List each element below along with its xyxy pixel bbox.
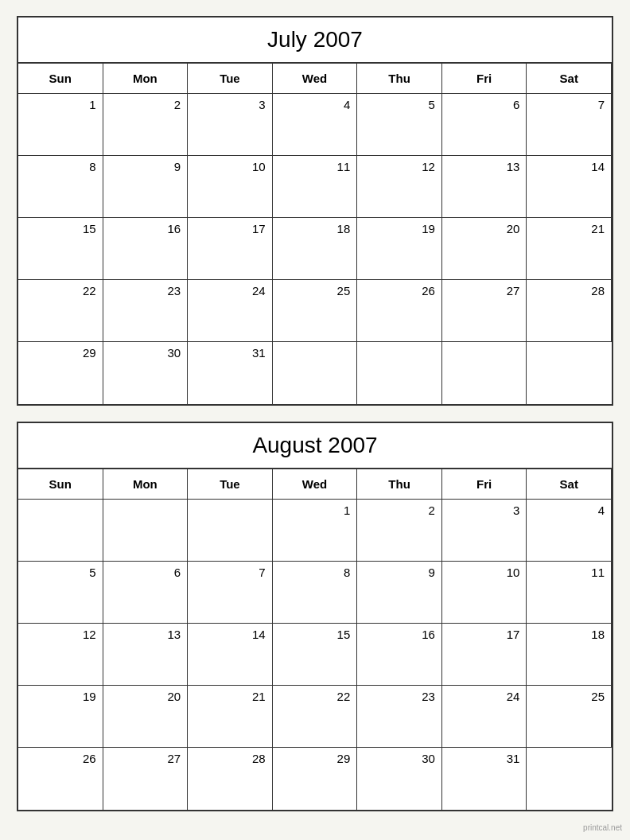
aug-day-2: 2: [357, 500, 442, 562]
aug-day-20: 20: [103, 686, 189, 748]
aug-day-10: 10: [442, 562, 527, 624]
july-day-24: 24: [188, 280, 273, 342]
july-day-6: 6: [442, 94, 527, 156]
aug-day-30: 30: [357, 748, 442, 810]
august-calendar: August 2007 Sun Mon Tue Wed Thu Fri Sat: [17, 422, 613, 811]
july-day-30: 30: [103, 342, 189, 404]
july-day-21: 21: [527, 218, 612, 280]
july-day-23: 23: [103, 280, 189, 342]
july-day-20: 20: [442, 218, 527, 280]
aug-day-3: 3: [442, 500, 527, 562]
aug-day-empty: [103, 500, 189, 562]
july-day-empty: [527, 342, 612, 404]
july-day-11: 11: [273, 156, 358, 218]
july-day-14: 14: [527, 156, 612, 218]
aug-day-14: 14: [188, 624, 273, 686]
aug-day-28: 28: [188, 748, 273, 810]
aug-header-sun: Sun: [18, 469, 103, 500]
aug-day-26: 26: [18, 748, 103, 810]
aug-day-4: 4: [527, 500, 612, 562]
july-day-13: 13: [442, 156, 527, 218]
header-thu: Thu: [357, 64, 442, 94]
july-day-4: 4: [273, 94, 358, 156]
aug-day-13: 13: [103, 624, 189, 686]
watermark: printcal.net: [583, 823, 622, 832]
july-day-31: 31: [188, 342, 273, 404]
aug-header-wed: Wed: [273, 469, 358, 500]
july-day-27: 27: [442, 280, 527, 342]
july-day-22: 22: [18, 280, 103, 342]
august-grid: Sun Mon Tue Wed Thu Fri Sat: [18, 469, 612, 810]
aug-day-5: 5: [18, 562, 103, 624]
aug-day-18: 18: [527, 624, 612, 686]
aug-day-7: 7: [188, 562, 273, 624]
aug-day-31: 31: [442, 748, 527, 810]
july-day-empty: [357, 342, 442, 404]
aug-header-tue: Tue: [188, 469, 273, 500]
aug-day-16: 16: [357, 624, 442, 686]
aug-day-8: 8: [273, 562, 358, 624]
july-grid: Sun Mon Tue Wed Thu Fri Sat: [18, 64, 612, 404]
aug-day-23: 23: [357, 686, 442, 748]
aug-header-sat: Sat: [527, 469, 612, 500]
header-tue: Tue: [188, 64, 273, 94]
aug-day-12: 12: [18, 624, 103, 686]
july-day-17: 17: [188, 218, 273, 280]
header-sat: Sat: [527, 64, 612, 94]
aug-day-9: 9: [357, 562, 442, 624]
july-day-empty: [273, 342, 358, 404]
july-day-3: 3: [188, 94, 273, 156]
july-day-28: 28: [527, 280, 612, 342]
header-mon: Mon: [103, 64, 189, 94]
july-day-16: 16: [103, 218, 189, 280]
aug-day-24: 24: [442, 686, 527, 748]
aug-day-21: 21: [188, 686, 273, 748]
july-day-19: 19: [357, 218, 442, 280]
aug-day-1: 1: [273, 500, 358, 562]
july-day-29: 29: [18, 342, 103, 404]
july-day-12: 12: [357, 156, 442, 218]
aug-day-25: 25: [527, 686, 612, 748]
july-day-18: 18: [273, 218, 358, 280]
aug-day-empty: [18, 500, 103, 562]
aug-day-empty: [527, 748, 612, 810]
aug-day-15: 15: [273, 624, 358, 686]
july-title: July 2007: [18, 18, 612, 64]
july-calendar: July 2007 Sun Mon Tue Wed Thu Fri Sat: [17, 16, 613, 406]
aug-header-thu: Thu: [357, 469, 442, 500]
july-day-8: 8: [18, 156, 103, 218]
aug-day-22: 22: [273, 686, 358, 748]
july-day-10: 10: [188, 156, 273, 218]
aug-day-29: 29: [273, 748, 358, 810]
header-sun: Sun: [18, 64, 103, 94]
july-day-2: 2: [103, 94, 189, 156]
july-day-7: 7: [527, 94, 612, 156]
aug-day-27: 27: [103, 748, 189, 810]
july-day-26: 26: [357, 280, 442, 342]
aug-day-empty: [188, 500, 273, 562]
aug-day-17: 17: [442, 624, 527, 686]
july-day-25: 25: [273, 280, 358, 342]
aug-header-mon: Mon: [103, 469, 189, 500]
aug-header-fri: Fri: [442, 469, 527, 500]
aug-day-6: 6: [103, 562, 189, 624]
header-fri: Fri: [442, 64, 527, 94]
july-day-empty: [442, 342, 527, 404]
july-day-15: 15: [18, 218, 103, 280]
july-day-5: 5: [357, 94, 442, 156]
aug-day-11: 11: [527, 562, 612, 624]
july-day-9: 9: [103, 156, 189, 218]
aug-day-19: 19: [18, 686, 103, 748]
july-day-1: 1: [18, 94, 103, 156]
header-wed: Wed: [273, 64, 358, 94]
august-title: August 2007: [18, 423, 612, 469]
